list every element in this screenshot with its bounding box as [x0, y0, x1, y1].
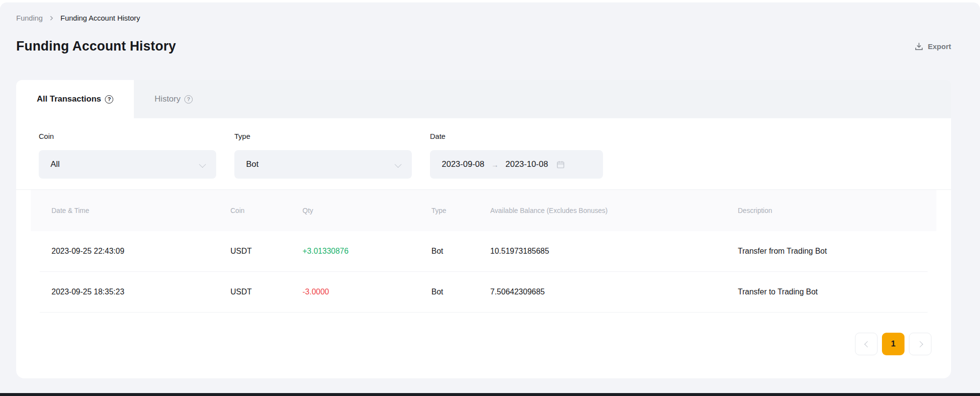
page-title: Funding Account History	[16, 39, 176, 54]
col-header-type: Type	[431, 207, 490, 214]
tab-history[interactable]: History	[134, 80, 213, 118]
transactions-table: Date & Time Coin Qty Type Available Bala…	[31, 190, 936, 355]
cell-coin: USDT	[230, 288, 302, 296]
type-select-value: Bot	[246, 159, 259, 169]
col-header-coin: Coin	[230, 207, 302, 214]
col-header-description: Description	[738, 207, 916, 214]
coin-select[interactable]: All	[39, 150, 216, 179]
calendar-icon	[556, 160, 565, 169]
history-card: All Transactions History Coin All	[16, 80, 951, 378]
filter-date: Date 2023-09-08 2023-10-08	[430, 132, 603, 179]
cell-available-balance: 7.50642309685	[490, 288, 738, 296]
funding-history-page: Funding Funding Account History Funding …	[0, 2, 980, 396]
filter-coin: Coin All	[39, 132, 216, 179]
cell-datetime: 2023-09-25 18:35:23	[51, 288, 230, 296]
chevron-down-icon	[200, 162, 205, 167]
table-row: 2023-09-25 18:35:23 USDT -3.0000 Bot 7.5…	[40, 272, 928, 313]
cell-type: Bot	[431, 247, 490, 256]
help-circle-icon[interactable]	[184, 95, 193, 104]
cell-coin: USDT	[230, 247, 302, 256]
chevron-down-icon	[396, 162, 401, 167]
filters: Coin All Type Bot Date	[16, 118, 951, 179]
type-filter-label: Type	[234, 132, 412, 140]
chevron-left-icon	[864, 342, 869, 346]
cell-qty: +3.01330876	[302, 247, 431, 256]
tab-bar: All Transactions History	[16, 80, 951, 118]
pagination: 1	[31, 333, 931, 355]
cell-description: Transfer to Trading Bot	[738, 288, 916, 296]
cell-qty: -3.0000	[302, 288, 431, 296]
download-icon	[914, 42, 924, 51]
card-body: Coin All Type Bot Date	[16, 118, 951, 378]
cell-datetime: 2023-09-25 22:43:09	[51, 247, 230, 256]
breadcrumb-current: Funding Account History	[60, 14, 140, 22]
col-header-qty: Qty	[302, 207, 431, 214]
breadcrumb-chevron-icon	[49, 15, 54, 21]
next-page-button[interactable]	[909, 333, 931, 355]
chevron-right-icon	[918, 342, 923, 346]
cell-type: Bot	[431, 288, 490, 296]
table-row: 2023-09-25 22:43:09 USDT +3.01330876 Bot…	[40, 231, 928, 272]
date-end-value: 2023-10-08	[505, 159, 548, 169]
coin-select-value: All	[50, 159, 60, 169]
table-header-row: Date & Time Coin Qty Type Available Bala…	[31, 190, 936, 231]
export-button[interactable]: Export	[914, 42, 951, 51]
breadcrumb: Funding Funding Account History	[16, 2, 951, 22]
date-range-picker[interactable]: 2023-09-08 2023-10-08	[430, 150, 603, 179]
date-start-value: 2023-09-08	[442, 159, 484, 169]
previous-page-button[interactable]	[855, 333, 878, 355]
help-circle-icon[interactable]	[105, 95, 113, 104]
col-header-available-balance: Available Balance (Excludes Bonuses)	[490, 207, 738, 214]
range-arrow-icon	[491, 160, 499, 169]
cell-description: Transfer from Trading Bot	[738, 247, 916, 256]
col-header-datetime: Date & Time	[51, 207, 230, 214]
bottom-dark-strip	[0, 393, 980, 396]
type-select[interactable]: Bot	[234, 150, 412, 179]
date-filter-label: Date	[430, 132, 603, 140]
page-number-button[interactable]: 1	[882, 333, 905, 355]
tab-all-transactions[interactable]: All Transactions	[16, 80, 134, 118]
tab-history-label: History	[154, 94, 180, 104]
app-background: Funding Funding Account History Funding …	[0, 2, 980, 396]
coin-filter-label: Coin	[39, 132, 216, 140]
breadcrumb-funding-link[interactable]: Funding	[16, 14, 43, 22]
title-row: Funding Account History Export	[16, 39, 951, 54]
cell-available-balance: 10.51973185685	[490, 247, 738, 256]
tab-all-transactions-label: All Transactions	[37, 94, 101, 104]
filter-type: Type Bot	[234, 132, 412, 179]
export-label: Export	[928, 42, 951, 51]
